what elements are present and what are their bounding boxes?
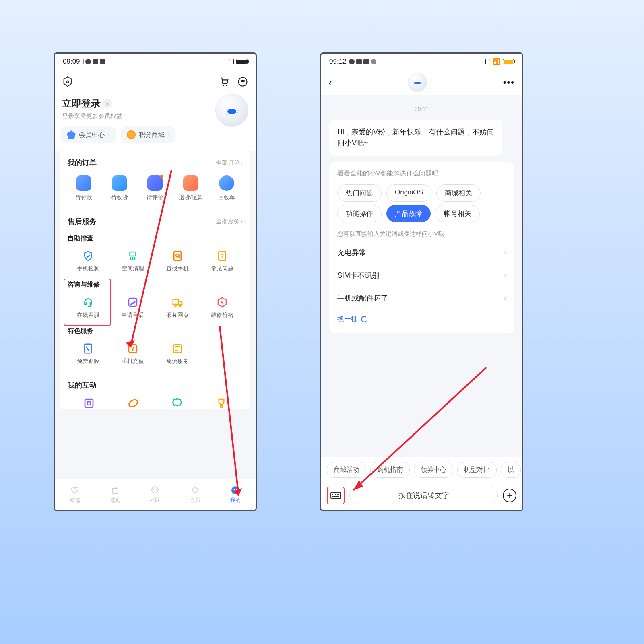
keyboard-icon bbox=[330, 492, 341, 499]
status-bar: 09:12 📶 bbox=[321, 54, 522, 70]
refresh-icon bbox=[361, 316, 367, 322]
question-doc-icon: ? bbox=[216, 250, 228, 262]
interact-item[interactable] bbox=[199, 395, 244, 409]
wallet-icon bbox=[76, 175, 91, 191]
online-service[interactable]: 在线客服 bbox=[66, 294, 111, 324]
phone-recharge[interactable]: ¥手机充值 bbox=[111, 340, 155, 371]
self-check-phone[interactable]: 手机检测 bbox=[66, 248, 111, 278]
suggestion-chip[interactable]: 领券中心 bbox=[414, 462, 453, 478]
status-icon bbox=[100, 59, 105, 64]
chat-topbar: ‹ ••• bbox=[321, 70, 522, 95]
pill-mall[interactable]: 商城相关 bbox=[436, 184, 481, 202]
yen-icon: ¥ bbox=[127, 343, 139, 355]
free-film[interactable]: 免费贴膜 bbox=[66, 340, 111, 371]
interaction-section: 我的互动 bbox=[60, 374, 250, 409]
status-time: 09:12 bbox=[329, 58, 347, 66]
all-service-link[interactable]: 全部服务 › bbox=[216, 218, 243, 225]
svg-point-20 bbox=[128, 398, 138, 408]
svg-point-28 bbox=[236, 489, 237, 490]
pill-account[interactable]: 帐号相关 bbox=[436, 205, 480, 222]
suggestion-chip[interactable]: 购机指南 bbox=[370, 462, 410, 478]
self-find-phone[interactable]: 查找手机 bbox=[155, 248, 200, 278]
suggestion-chip[interactable]: 以 bbox=[501, 462, 521, 478]
all-orders-link[interactable]: 全部订单 › bbox=[216, 159, 243, 167]
status-icon bbox=[85, 59, 91, 64]
pill-hot[interactable]: 热门问题 bbox=[337, 184, 382, 202]
question-charging[interactable]: 充电异常› bbox=[337, 241, 506, 264]
order-pending-pay[interactable]: 待付款 bbox=[66, 173, 102, 207]
interact-item[interactable] bbox=[67, 395, 111, 409]
nav-shop[interactable]: 选购 bbox=[95, 479, 135, 510]
data-icon bbox=[171, 343, 184, 355]
section-title: 我的互动 bbox=[68, 380, 97, 390]
orders-section: 我的订单 全部订单 › 待付款 待收货 待评价 退货/退款 回收单 bbox=[60, 151, 250, 210]
order-recycle[interactable]: 回收单 bbox=[208, 173, 244, 207]
chevron-right-icon: › bbox=[504, 295, 506, 302]
price-hex-icon: ¥ bbox=[216, 296, 228, 308]
pill-fault[interactable]: 产品故障 bbox=[386, 205, 431, 222]
suggestion-row[interactable]: 商城活动 购机指南 领券中心 机型对比 以 bbox=[321, 457, 522, 483]
greeting-bubble: Hi，亲爱的V粉，新年快乐！有什么问题，不妨问问小V吧~ bbox=[329, 120, 502, 156]
question-sim[interactable]: SIM卡不识别› bbox=[337, 264, 506, 287]
chevron-right-icon: › bbox=[103, 99, 112, 108]
back-button[interactable]: ‹ bbox=[328, 76, 332, 89]
subsection-title: 自助排查 bbox=[66, 232, 244, 248]
free-data[interactable]: 免流服务 bbox=[155, 340, 200, 371]
pill-originos[interactable]: OriginOS bbox=[386, 184, 431, 202]
member-center-chip[interactable]: 会员中心› bbox=[61, 126, 116, 143]
order-pending-review[interactable]: 待评价 bbox=[137, 173, 173, 207]
self-faq[interactable]: ?常见问题 bbox=[200, 248, 244, 278]
service-outlets[interactable]: 服务网点 bbox=[155, 294, 200, 324]
nav-community[interactable]: 社区 bbox=[135, 479, 175, 510]
keyboard-toggle[interactable] bbox=[327, 487, 345, 504]
login-block: 立即登录 › 登录享受更多会员权益 bbox=[55, 94, 256, 126]
heart-icon bbox=[70, 485, 80, 495]
card-hint: 看看全能的小V都能解决什么问题吧~ bbox=[337, 169, 506, 178]
badge-icon bbox=[171, 397, 183, 409]
subsection-title: 特色服务 bbox=[66, 324, 244, 340]
svg-point-0 bbox=[66, 80, 68, 83]
order-refund[interactable]: 退货/退款 bbox=[173, 173, 209, 207]
points-mall-chip[interactable]: 积分商城› bbox=[121, 126, 175, 143]
recycle-icon bbox=[219, 175, 234, 191]
cart-icon[interactable] bbox=[219, 76, 230, 87]
voice-input[interactable]: 按住说话转文字 bbox=[349, 487, 498, 504]
repair-price[interactable]: ¥维修价格 bbox=[200, 294, 244, 324]
svg-point-12 bbox=[179, 304, 181, 306]
self-clean-space[interactable]: 空间清理 bbox=[111, 248, 155, 278]
status-bar: 09:09 bbox=[55, 54, 256, 70]
svg-rect-14 bbox=[85, 344, 92, 353]
svg-point-23 bbox=[153, 489, 154, 490]
nav-member[interactable]: 会员 bbox=[175, 479, 215, 510]
more-button[interactable]: ••• bbox=[503, 77, 515, 88]
order-pending-receive[interactable]: 待收货 bbox=[102, 173, 138, 207]
svg-point-11 bbox=[174, 304, 176, 306]
avatar[interactable] bbox=[215, 94, 248, 127]
nav-mine[interactable]: 我的 bbox=[215, 479, 256, 510]
apply-aftersale[interactable]: 申请售后 bbox=[111, 294, 155, 324]
svg-text:¥: ¥ bbox=[220, 300, 223, 305]
chevron-right-icon: › bbox=[504, 249, 506, 256]
interact-item[interactable] bbox=[155, 395, 200, 409]
suggestion-chip[interactable]: 商城活动 bbox=[327, 462, 366, 478]
status-icon bbox=[356, 59, 362, 64]
plus-button[interactable]: ＋ bbox=[503, 489, 516, 502]
refresh-button[interactable]: 换一批 bbox=[337, 310, 506, 325]
status-time: 09:09 bbox=[63, 58, 80, 66]
svg-rect-19 bbox=[87, 402, 91, 405]
chat-time: 09:11 bbox=[329, 106, 514, 112]
interact-item[interactable] bbox=[111, 395, 155, 409]
pill-function[interactable]: 功能操作 bbox=[337, 205, 382, 222]
status-icon bbox=[363, 59, 369, 64]
nav-featured[interactable]: 精选 bbox=[55, 479, 95, 510]
settings-hex-icon[interactable] bbox=[62, 76, 73, 87]
message-icon[interactable] bbox=[237, 76, 248, 87]
svg-rect-9 bbox=[129, 298, 137, 306]
question-broken[interactable]: 手机或配件坏了› bbox=[337, 287, 506, 310]
suggestion-chip[interactable]: 机型对比 bbox=[457, 462, 497, 478]
card-hint2: 您可以直接输入关键词或像这样问小V哦 bbox=[337, 230, 506, 238]
chips-row: 会员中心› 积分商城› bbox=[55, 126, 256, 151]
star-icon bbox=[127, 130, 136, 139]
bot-avatar[interactable] bbox=[408, 73, 427, 92]
headset-icon bbox=[82, 296, 94, 308]
